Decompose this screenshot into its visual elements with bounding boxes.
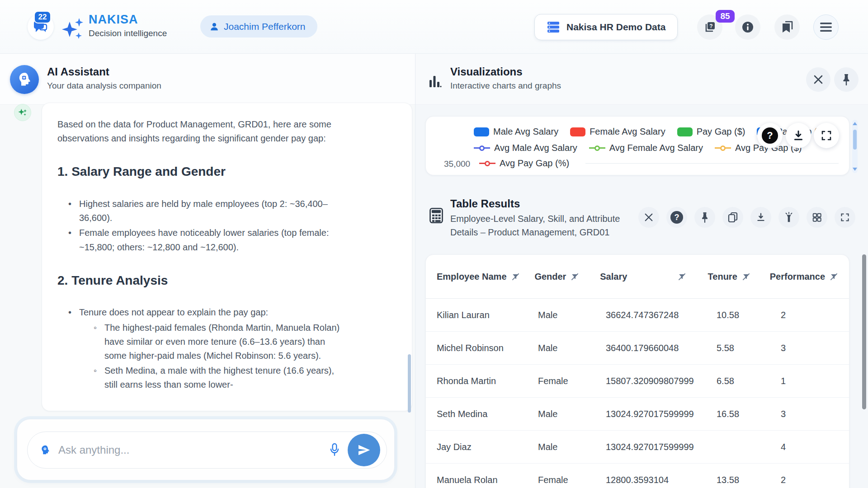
legend-item[interactable]: Avg Female Avg Salary	[589, 143, 703, 153]
legend-item[interactable]: Avg Male Avg Salary	[474, 143, 577, 153]
column-label: Performance	[770, 272, 825, 282]
legend-line-marker	[715, 147, 731, 149]
table-cell: 1	[781, 376, 838, 386]
pin-visualizations-button[interactable]	[834, 67, 859, 92]
app-window: 22 NAKISA Decision intelligence Joachim …	[0, 0, 868, 488]
assistant-title: AI Assistant	[47, 66, 109, 78]
legend-item[interactable]: Pay Gap ($)	[677, 127, 745, 137]
svg-text:?: ?	[709, 23, 712, 29]
fullscreen-icon	[840, 213, 849, 222]
column-label: Salary	[600, 272, 627, 282]
legend-item[interactable]: Male Avg Salary	[474, 127, 558, 137]
message-section2-title: 2. Tenure Analysis	[57, 271, 342, 291]
table-cell: Seth Medina	[437, 409, 538, 419]
table-cell: Manuela Rolan	[437, 475, 538, 485]
filter-icon[interactable]	[511, 272, 520, 281]
table-row[interactable]: Jay DiazMale13024.9270175999994	[426, 431, 849, 464]
chat-scrollbar[interactable]	[408, 354, 411, 413]
table-cell: 13024.927017599999	[606, 442, 717, 452]
window-scrollbar[interactable]	[862, 254, 866, 409]
message-bullet: Female employees have noticeably lower s…	[67, 226, 342, 254]
table-cell: 13.58	[717, 475, 781, 485]
table-help-button[interactable]: ?	[666, 207, 687, 228]
chart-help-button[interactable]: ?	[757, 123, 783, 148]
ai-message-body: Based on the data for Product Management…	[57, 117, 342, 392]
table-cell: 3	[781, 409, 838, 419]
pin-table-button[interactable]	[694, 207, 715, 228]
filter-icon[interactable]	[742, 272, 750, 281]
close-icon	[644, 213, 653, 222]
fullscreen-table-button[interactable]	[835, 207, 855, 228]
close-table-button[interactable]	[638, 207, 659, 228]
chat-input-pill	[27, 432, 387, 469]
table-row[interactable]: Rhonda MartinFemale15807.3209098079996.5…	[426, 365, 849, 398]
table-row[interactable]: Seth MedinaMale13024.92701759999916.583	[426, 398, 849, 431]
table-cell: Michel Robinson	[437, 343, 538, 353]
send-button[interactable]	[348, 434, 380, 466]
person-icon	[209, 22, 219, 32]
legend-swatch	[677, 127, 693, 136]
filter-icon[interactable]	[571, 272, 579, 281]
ai-message-avatar	[14, 104, 31, 121]
chat-input[interactable]	[58, 444, 321, 456]
chart-legend-lines: Avg Male Avg SalaryAvg Female Avg Salary…	[474, 143, 802, 153]
column-header-employee-name[interactable]: Employee Name	[437, 272, 534, 282]
table-row[interactable]: Manuela RolanFemale12800.359310413.582	[426, 464, 849, 488]
column-header-tenure[interactable]: Tenure	[708, 272, 770, 282]
table-cell: 15807.320909807999	[606, 376, 717, 386]
copy-table-button[interactable]	[722, 207, 743, 228]
table-cell: Female	[538, 475, 606, 485]
legend-item[interactable]: Avg Pay Gap ($)	[715, 143, 802, 153]
message-subbullet: The highest-paid females (Rhonda Martin,…	[93, 321, 342, 363]
grid-view-button[interactable]	[807, 207, 827, 228]
visualizations-title: Visualizations	[450, 66, 523, 78]
table-cell: 5.58	[717, 343, 781, 353]
legend-line-marker	[474, 147, 490, 149]
download-table-button[interactable]	[750, 207, 771, 228]
table-row[interactable]: Kilian LauranMale36624.74736724810.582	[426, 299, 849, 332]
table-row[interactable]: Michel RobinsonMale36400.1796600485.583	[426, 332, 849, 365]
unread-count-badge: 22	[34, 11, 51, 23]
user-menu-button[interactable]: Joachim Pefferkorn	[200, 15, 317, 38]
column-label: Gender	[534, 272, 566, 282]
message-intro: Based on the data for Product Management…	[57, 117, 342, 145]
chat-input-container	[17, 419, 395, 480]
help-cards-icon: ?	[703, 20, 717, 34]
bookmarks-button[interactable]	[774, 14, 800, 40]
menu-button[interactable]	[813, 14, 839, 40]
table-cell: 3	[781, 343, 838, 353]
legend-item[interactable]: Female Avg Salary	[570, 127, 665, 137]
column-header-gender[interactable]: Gender	[534, 272, 600, 282]
microphone-icon[interactable]	[329, 443, 340, 457]
bookmark-icon	[781, 20, 793, 34]
info-button[interactable]	[735, 14, 760, 40]
download-icon	[756, 212, 766, 222]
chart-fullscreen-button[interactable]	[814, 123, 839, 148]
copy-icon	[728, 212, 738, 223]
torch-icon	[784, 212, 793, 223]
column-header-salary[interactable]: Salary	[600, 272, 708, 282]
question-icon: ?	[762, 127, 778, 144]
filter-icon[interactable]	[830, 272, 838, 281]
dataset-selector-button[interactable]: Nakisa HR Demo Data	[534, 14, 678, 40]
database-icon	[547, 21, 560, 33]
legend-item[interactable]: Avg Pay Gap (%)	[479, 158, 569, 169]
highlight-table-button[interactable]	[778, 207, 799, 228]
head-gear-icon	[16, 71, 33, 88]
brand-tagline: Decision intelligence	[89, 28, 167, 38]
chart-scrollbar[interactable]	[852, 120, 858, 173]
chart-download-button[interactable]	[786, 123, 811, 148]
column-label: Employee Name	[437, 272, 507, 282]
table-cell: 16.58	[717, 409, 781, 419]
table-cell: Kilian Lauran	[437, 310, 538, 320]
assistant-subtitle: Your data analysis companion	[47, 81, 161, 91]
table-results-title: Table Results	[450, 197, 520, 210]
table-header-row: Employee Name Gender Salary Tenure Perfo…	[426, 255, 849, 299]
filter-icon[interactable]	[678, 272, 686, 281]
message-bullet-text: Tenure does not appear to explain the pa…	[79, 307, 268, 317]
column-header-performance[interactable]: Performance	[770, 272, 838, 282]
close-visualizations-button[interactable]	[806, 67, 830, 92]
message-bullet: Highest salaries are held by male employ…	[67, 197, 342, 225]
legend-swatch	[570, 127, 585, 136]
table-results-subtitle: Employee-Level Salary, Skill, and Attrib…	[450, 212, 645, 239]
